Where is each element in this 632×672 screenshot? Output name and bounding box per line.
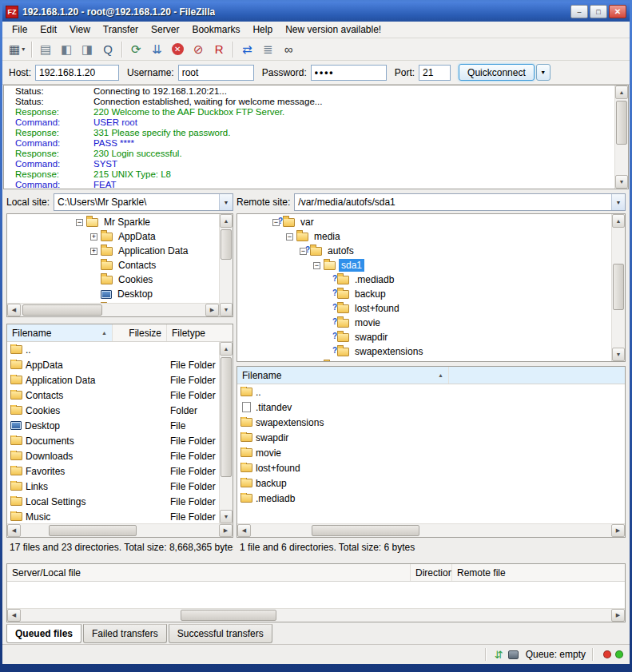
scroll-up-icon[interactable]: ▲ [220, 214, 233, 228]
scroll-up-icon[interactable]: ▲ [220, 342, 233, 356]
file-row-titandev[interactable]: .titandev [237, 400, 625, 415]
scroll-thumb[interactable] [221, 357, 232, 477]
scroll-right-icon[interactable]: ▶ [611, 524, 625, 537]
tree-item-var[interactable]: −?var [237, 215, 611, 229]
site-manager-button[interactable]: ▦▾ [6, 40, 27, 59]
scroll-right-icon[interactable]: ▶ [219, 524, 233, 537]
tree-item-autofs[interactable]: −?autofs [237, 244, 611, 258]
tree-item-lost-found[interactable]: ?lost+found [237, 301, 611, 316]
synchronized-browsing-button[interactable]: ≣ [258, 40, 277, 59]
scroll-left-icon[interactable]: ◀ [237, 524, 251, 537]
tree-item-backup[interactable]: ?backup [237, 287, 611, 301]
host-input[interactable] [35, 65, 119, 81]
scroll-thumb[interactable] [312, 525, 419, 536]
local-tree-hscrollbar[interactable]: ◀ ▶ [7, 303, 219, 316]
local-site-combobox[interactable]: C:\Users\Mr Sparkle\ ▼ [54, 193, 233, 211]
scroll-left-icon[interactable]: ◀ [7, 609, 21, 622]
username-input[interactable] [178, 65, 254, 81]
toggle-local-tree-button[interactable]: ◧ [57, 40, 76, 59]
toggle-remote-tree-button[interactable]: ◨ [78, 40, 97, 59]
column-header-filename[interactable]: Filename ▲ [7, 324, 113, 341]
tree-item-appdata[interactable]: +AppData [7, 229, 219, 244]
toggle-message-log-button[interactable]: ▤ [36, 40, 55, 59]
toggle-queue-button[interactable]: Q [98, 40, 117, 59]
quickconnect-button[interactable]: Quickconnect [459, 64, 535, 81]
menu-item-bookmarks[interactable]: Bookmarks [185, 22, 246, 38]
process-queue-button[interactable]: ⇊ [147, 40, 166, 59]
file-row-music[interactable]: MusicFile Folder [7, 509, 233, 524]
file-row-appdata[interactable]: AppDataFile Folder [7, 357, 233, 372]
file-row-local-settings[interactable]: Local SettingsFile Folder [7, 494, 233, 509]
collapse-toggle-icon[interactable]: − [286, 233, 293, 241]
file-row-swapextensions[interactable]: swapextensions [237, 415, 625, 430]
network-status-icon[interactable] [508, 650, 519, 659]
scroll-thumb[interactable] [221, 229, 232, 260]
file-row-desktop[interactable]: DesktopFile [7, 418, 233, 433]
column-header-remote-file[interactable]: Remote file [452, 564, 625, 581]
combo-dropdown-icon[interactable]: ▼ [611, 194, 625, 210]
column-header-filename[interactable]: Filename ▲ [237, 367, 449, 384]
file-row-item[interactable]: .. [237, 384, 625, 400]
file-row-application-data[interactable]: Application DataFile Folder [7, 372, 233, 388]
local-list-hscrollbar[interactable]: ◀ ▶ [7, 523, 233, 537]
tree-item-swapextensions[interactable]: ?swapextensions [237, 344, 611, 359]
tree-item-cookies[interactable]: Cookies [7, 272, 219, 287]
column-header-direction[interactable]: Direction [411, 564, 452, 581]
scroll-up-icon[interactable]: ▲ [612, 214, 625, 228]
close-button[interactable]: ✕ [609, 5, 626, 18]
transfer-queue-body[interactable] [7, 582, 625, 608]
scroll-down-icon[interactable]: ▼ [615, 175, 628, 189]
menu-item-new-version-available[interactable]: New version available! [279, 22, 388, 38]
minimize-button[interactable]: – [570, 5, 588, 18]
tree-item-sda1[interactable]: −sda1 [237, 258, 611, 272]
refresh-button[interactable]: ⟳ [126, 40, 145, 59]
tree-item-media[interactable]: −media [237, 229, 611, 244]
menu-item-transfer[interactable]: Transfer [97, 22, 145, 38]
tab-successful-transfers[interactable]: Successful transfers [169, 624, 272, 643]
menu-item-help[interactable]: Help [246, 22, 279, 38]
local-list-vscrollbar[interactable]: ▲ ▼ [219, 342, 233, 523]
find-files-button[interactable]: ∞ [279, 40, 298, 59]
scroll-left-icon[interactable]: ◀ [7, 304, 21, 316]
scroll-down-icon[interactable]: ▼ [612, 348, 625, 361]
remote-site-combobox[interactable]: /var/media/autofs/sda1 ▼ [294, 193, 626, 211]
scroll-thumb[interactable] [49, 525, 137, 536]
file-row-swapdir[interactable]: swapdir [237, 430, 625, 445]
file-row-lost-found[interactable]: lost+found [237, 460, 625, 475]
reconnect-button[interactable]: R [209, 40, 229, 59]
tree-item-movie[interactable]: ?movie [237, 316, 611, 330]
speed-limits-icon[interactable]: ⇵ [495, 650, 503, 660]
queue-hscrollbar[interactable]: ◀ ▶ [7, 608, 625, 622]
tree-item-desktop[interactable]: Desktop [7, 287, 219, 301]
file-row-mediadb[interactable]: .mediadb [237, 491, 625, 506]
expand-toggle-icon[interactable]: + [90, 248, 97, 255]
scroll-thumb[interactable] [181, 610, 276, 621]
menu-item-view[interactable]: View [63, 22, 97, 38]
remote-list-hscrollbar[interactable]: ◀ ▶ [237, 523, 625, 537]
file-row-favorites[interactable]: FavoritesFile Folder [7, 463, 233, 479]
tab-queued-files[interactable]: Queued files [6, 624, 81, 643]
scroll-thumb[interactable] [22, 304, 102, 316]
tree-item-swapdir[interactable]: ?swapdir [237, 330, 611, 344]
menu-item-server[interactable]: Server [145, 22, 185, 38]
port-input[interactable] [419, 65, 451, 81]
tree-item-application-data[interactable]: +Application Data [7, 244, 219, 258]
expand-toggle-icon[interactable]: + [90, 233, 97, 241]
tab-failed-transfers[interactable]: Failed transfers [83, 624, 167, 643]
file-row-item[interactable]: .. [7, 342, 233, 357]
file-row-contacts[interactable]: ContactsFile Folder [7, 388, 233, 403]
scroll-thumb[interactable] [613, 264, 624, 310]
tree-item-mr-sparkle[interactable]: −Mr Sparkle [7, 215, 219, 229]
quickconnect-dropdown-button[interactable]: ▼ [536, 64, 551, 81]
scroll-left-icon[interactable]: ◀ [7, 524, 21, 537]
collapse-toggle-icon[interactable]: − [313, 262, 320, 269]
scroll-right-icon[interactable]: ▶ [611, 609, 625, 622]
maximize-button[interactable]: □ [590, 5, 607, 18]
tree-item-dvd[interactable]: ?dvd [237, 359, 611, 361]
column-header-filetype[interactable]: Filetype [167, 324, 233, 341]
file-row-links[interactable]: LinksFile Folder [7, 479, 233, 494]
tree-item-mediadb[interactable]: ?.mediadb [237, 272, 611, 287]
tree-item-contacts[interactable]: Contacts [7, 258, 219, 272]
scroll-up-icon[interactable]: ▲ [615, 85, 628, 99]
column-header-filesize[interactable]: Filesize [113, 324, 167, 341]
